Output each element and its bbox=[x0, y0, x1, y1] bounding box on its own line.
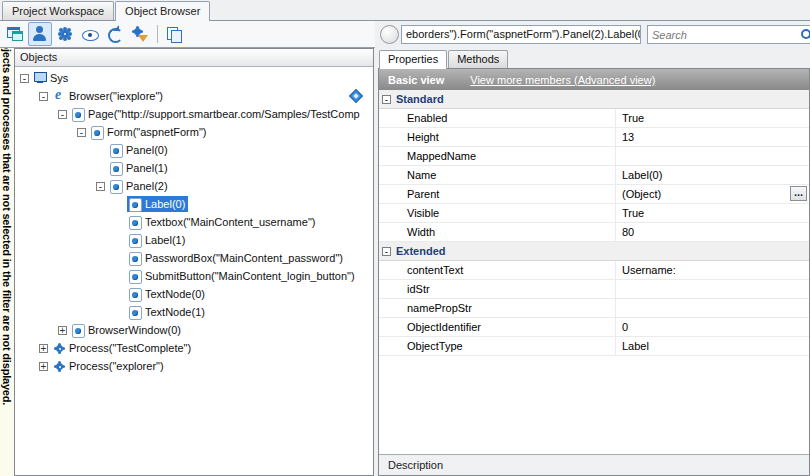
tree-node-label: BrowserWindow(0) bbox=[88, 324, 181, 336]
tree-node[interactable]: Process("TestComplete") bbox=[51, 340, 194, 356]
toolbar-button-gear-tools[interactable] bbox=[53, 22, 77, 46]
toolbar bbox=[0, 21, 375, 48]
minus-expander-icon[interactable]: - bbox=[382, 247, 391, 256]
toolbar-button-windows-view[interactable] bbox=[3, 22, 27, 46]
tree-node-label: Label(0) bbox=[145, 198, 185, 210]
filter-notice-strip: Objects and processes that are not selec… bbox=[0, 48, 14, 476]
toolbar-button-refresh[interactable] bbox=[103, 22, 127, 46]
tree-node-label: Page("http://support.smartbear.com/Sampl… bbox=[88, 108, 360, 120]
tree-node[interactable]: TextNode(0) bbox=[127, 286, 208, 302]
property-row[interactable]: Height13 bbox=[379, 128, 809, 147]
tree-node[interactable]: TextNode(1) bbox=[127, 304, 208, 320]
view-mode-bar: Basic view View more members (Advanced v… bbox=[379, 69, 809, 90]
tree-node-label: TextNode(1) bbox=[145, 306, 205, 318]
property-group-label: Standard bbox=[396, 93, 444, 105]
property-row[interactable]: idStr bbox=[379, 280, 809, 299]
property-row[interactable]: namePropStr bbox=[379, 299, 809, 318]
minus-expander-icon[interactable]: - bbox=[58, 110, 67, 119]
property-value-text: 80 bbox=[622, 226, 634, 238]
property-value-text: Label bbox=[622, 340, 649, 352]
property-row[interactable]: Parent(Object)... bbox=[379, 185, 809, 204]
tree-node[interactable]: PasswordBox("MainContent_password") bbox=[127, 250, 346, 266]
search-input[interactable] bbox=[648, 29, 799, 41]
tree-node[interactable]: Panel(1) bbox=[108, 160, 171, 176]
computer-icon bbox=[33, 71, 47, 85]
object-icon bbox=[90, 125, 104, 139]
minus-expander-icon[interactable]: - bbox=[96, 182, 105, 191]
object-navigation-button[interactable] bbox=[380, 25, 399, 44]
tree-node[interactable]: Browser("iexplore") bbox=[51, 88, 166, 104]
highlight-object-icon bbox=[31, 25, 49, 43]
tree-node[interactable]: Label(0) bbox=[127, 196, 188, 212]
tab-project-workspace[interactable]: Project Workspace bbox=[2, 1, 114, 20]
tree-node-label: SubmitButton("MainContent_login_button") bbox=[145, 270, 355, 282]
property-row[interactable]: contentTextUsername: bbox=[379, 261, 809, 280]
tree-node[interactable]: SubmitButton("MainContent_login_button") bbox=[127, 268, 358, 284]
object-tree: -Sys-Browser("iexplore")-Page("http://su… bbox=[15, 67, 373, 475]
property-row[interactable]: ObjectIdentifier0 bbox=[379, 318, 809, 337]
property-grid: -StandardEnabledTrueHeight13MappedNameNa… bbox=[379, 90, 809, 454]
tree-row: TextNode(0) bbox=[15, 285, 373, 303]
tree-node[interactable]: Textbox("MainContent_username") bbox=[127, 214, 318, 230]
tree-row: -Sys bbox=[15, 69, 373, 87]
toolbar-separator bbox=[157, 25, 158, 43]
ellipsis-button[interactable]: ... bbox=[790, 186, 807, 201]
minus-expander-icon[interactable]: - bbox=[20, 74, 29, 83]
tab-properties[interactable]: Properties bbox=[379, 50, 447, 69]
tree-node[interactable]: Page("http://support.smartbear.com/Sampl… bbox=[70, 106, 363, 122]
tree-node[interactable]: Process("explorer") bbox=[51, 358, 167, 374]
tree-node[interactable]: Panel(0) bbox=[108, 142, 171, 158]
tab-object-browser[interactable]: Object Browser bbox=[115, 1, 210, 21]
search-icon[interactable] bbox=[799, 27, 810, 42]
tree-node[interactable]: Label(1) bbox=[127, 232, 188, 248]
property-row[interactable]: MappedName bbox=[379, 147, 809, 166]
object-icon bbox=[109, 161, 123, 175]
toolbar-button-highlight-object[interactable] bbox=[28, 22, 52, 46]
minus-expander-icon[interactable]: - bbox=[39, 92, 48, 101]
tree-row: PasswordBox("MainContent_password") bbox=[15, 249, 373, 267]
tree-row: Label(1) bbox=[15, 231, 373, 249]
description-bar: Description bbox=[379, 454, 809, 475]
inspector-header: eborders").Form("aspnetForm").Panel(2).L… bbox=[375, 21, 810, 48]
property-value-text: Label(0) bbox=[622, 169, 662, 181]
refresh-icon bbox=[106, 25, 124, 43]
property-value-text: True bbox=[622, 112, 644, 124]
basic-view-label: Basic view bbox=[388, 74, 444, 86]
toolbar-button-copy-object[interactable] bbox=[162, 22, 186, 46]
minus-expander-icon[interactable]: - bbox=[382, 95, 391, 104]
property-value: 13 bbox=[615, 128, 809, 146]
tree-node-label: Panel(2) bbox=[126, 180, 168, 192]
inspector-panel: Properties Methods Basic view View more … bbox=[378, 48, 810, 476]
advanced-view-link[interactable]: View more members (Advanced view) bbox=[470, 74, 655, 86]
object-path-field[interactable]: eborders").Form("aspnetForm").Panel(2).L… bbox=[401, 25, 641, 44]
tree-row: -Form("aspnetForm") bbox=[15, 123, 373, 141]
property-row[interactable]: Width80 bbox=[379, 223, 809, 242]
property-name: Enabled bbox=[379, 112, 615, 124]
plus-expander-icon[interactable]: + bbox=[39, 362, 48, 371]
property-value-text: Username: bbox=[622, 264, 676, 276]
copy-object-icon bbox=[165, 25, 183, 43]
toolbar-button-filter-gear[interactable] bbox=[128, 22, 152, 46]
tree-node[interactable]: Panel(2) bbox=[108, 178, 171, 194]
minus-expander-icon[interactable]: - bbox=[77, 128, 86, 137]
property-row[interactable]: VisibleTrue bbox=[379, 204, 809, 223]
tree-node[interactable]: BrowserWindow(0) bbox=[70, 322, 184, 338]
property-row[interactable]: ObjectTypeLabel bbox=[379, 337, 809, 356]
object-icon bbox=[128, 215, 142, 229]
tree-row: +Process("TestComplete") bbox=[15, 339, 373, 357]
property-value: True bbox=[615, 109, 809, 127]
filter-notice-text: Objects and processes that are not selec… bbox=[0, 48, 13, 405]
object-icon bbox=[71, 323, 85, 337]
property-value: True bbox=[615, 204, 809, 222]
tab-methods[interactable]: Methods bbox=[448, 50, 508, 68]
tree-row: -Browser("iexplore") bbox=[15, 87, 373, 105]
property-value bbox=[615, 147, 809, 165]
tree-node[interactable]: Form("aspnetForm") bbox=[89, 124, 210, 140]
tree-row: TextNode(1) bbox=[15, 303, 373, 321]
tree-node[interactable]: Sys bbox=[32, 70, 71, 86]
property-row[interactable]: NameLabel(0) bbox=[379, 166, 809, 185]
toolbar-button-eye[interactable] bbox=[78, 22, 102, 46]
property-row[interactable]: EnabledTrue bbox=[379, 109, 809, 128]
plus-expander-icon[interactable]: + bbox=[58, 326, 67, 335]
plus-expander-icon[interactable]: + bbox=[39, 344, 48, 353]
